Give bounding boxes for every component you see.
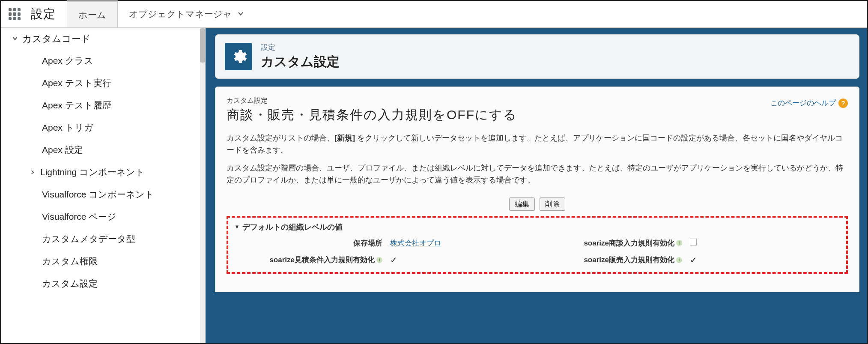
sidebar-item-custom-settings[interactable]: カスタム設定 (1, 272, 205, 295)
gear-icon (225, 43, 252, 70)
sidebar-parent-custom-code[interactable]: カスタムコード (1, 28, 205, 50)
app-launcher-icon[interactable] (1, 1, 23, 27)
top-header: 設定 ホーム オブジェクトマネージャ (1, 1, 867, 28)
sidebar-item-apex-classes[interactable]: Apex クラス (1, 50, 205, 72)
field-value-location: 株式会社オプロ (388, 238, 534, 248)
page-header-card: 設定 カスタム設定 (215, 34, 859, 79)
checkbox-unchecked-icon (690, 239, 697, 245)
field-value-opty-rule (688, 239, 740, 248)
description-paragraph-1: カスタム設定がリストの場合、[新規] をクリックして新しいデータセットを追加しま… (227, 132, 848, 156)
section-header[interactable]: ▼ デフォルトの組織レベルの値 (234, 222, 840, 232)
sidebar-item-apex-test-exec[interactable]: Apex テスト実行 (1, 72, 205, 94)
app-name: 設定 (23, 1, 67, 27)
header-title: カスタム設定 (261, 53, 340, 71)
help-icon: ? (838, 99, 848, 108)
scrollbar-thumb[interactable] (200, 28, 205, 63)
chevron-right-icon (30, 169, 40, 176)
checkmark-icon: ✓ (390, 255, 397, 265)
info-icon[interactable]: i (676, 240, 682, 246)
checkmark-icon: ✓ (690, 255, 697, 265)
sidebar-item-visualforce-pages[interactable]: Visualforce ページ (1, 206, 205, 228)
sidebar-scrollbar[interactable] (200, 28, 205, 343)
field-label-sales-rule: soarize販売入力規則有効化 i (534, 255, 688, 265)
sidebar-parent-label: カスタムコード (22, 33, 91, 45)
delete-button[interactable]: 削除 (540, 197, 565, 211)
sidebar-item-custom-permissions[interactable]: カスタム権限 (1, 250, 205, 272)
content-panel: カスタム設定 商談・販売・見積条件の入力規則をOFFにする このページのヘルプ … (215, 87, 859, 292)
breadcrumb: カスタム設定 (227, 96, 848, 105)
field-label-quote-rule: soarize見積条件入力規則有効化 i (234, 255, 388, 265)
button-row: 編集 削除 (227, 197, 848, 211)
default-org-value-section: ▼ デフォルトの組織レベルの値 保存場所 株式会社オプロ (227, 216, 848, 274)
chevron-down-icon (237, 9, 244, 19)
page-title: 商談・販売・見積条件の入力規則をOFFにする (227, 106, 848, 124)
sidebar: カスタムコード Apex クラス Apex テスト実行 Apex テスト履歴 A… (1, 28, 206, 343)
sidebar-item-lightning-components[interactable]: Lightning コンポーネント (1, 161, 205, 183)
help-link[interactable]: このページのヘルプ ? (770, 98, 848, 108)
tab-object-manager[interactable]: オブジェクトマネージャ (118, 1, 256, 27)
help-link-label: このページのヘルプ (770, 98, 836, 108)
field-value-quote-rule: ✓ (388, 255, 534, 265)
sidebar-item-apex-triggers[interactable]: Apex トリガ (1, 117, 205, 139)
waffle-icon (9, 8, 21, 20)
edit-button[interactable]: 編集 (509, 197, 535, 211)
chevron-down-icon (12, 36, 22, 43)
field-label-location: 保存場所 (234, 238, 388, 248)
sidebar-item-apex-settings[interactable]: Apex 設定 (1, 139, 205, 161)
tab-home-label: ホーム (78, 9, 106, 21)
header-sublabel: 設定 (261, 42, 340, 52)
info-icon[interactable]: i (676, 257, 682, 263)
info-icon[interactable]: i (376, 257, 382, 263)
main-area: 設定 カスタム設定 カスタム設定 商談・販売・見積条件の入力規則をOFFにする … (206, 28, 867, 343)
field-value-sales-rule: ✓ (688, 255, 740, 265)
location-link[interactable]: 株式会社オプロ (390, 239, 441, 247)
triangle-down-icon: ▼ (234, 224, 240, 230)
tab-object-manager-label: オブジェクトマネージャ (129, 8, 232, 20)
sidebar-item-apex-test-history[interactable]: Apex テスト履歴 (1, 94, 205, 117)
field-label-opty-rule: soarize商談入力規則有効化 i (534, 238, 688, 248)
sidebar-item-custom-metadata-types[interactable]: カスタムメタデータ型 (1, 228, 205, 250)
sidebar-item-visualforce-components[interactable]: Visualforce コンポーネント (1, 183, 205, 206)
description-paragraph-2: カスタム設定が階層の場合、ユーザ、プロファイル、または組織レベルに対してデータを… (227, 162, 848, 186)
tab-home[interactable]: ホーム (67, 0, 118, 27)
section-header-label: デフォルトの組織レベルの値 (242, 222, 343, 232)
